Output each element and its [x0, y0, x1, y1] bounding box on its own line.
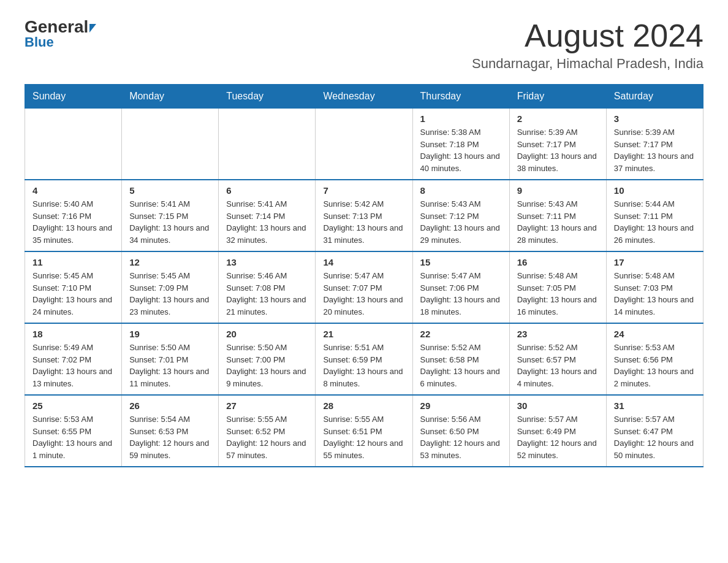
calendar-cell: 20Sunrise: 5:50 AMSunset: 7:00 PMDayligh…: [219, 323, 316, 395]
day-info: Sunrise: 5:44 AMSunset: 7:11 PMDaylight:…: [614, 198, 696, 246]
day-number: 14: [323, 257, 404, 267]
day-info: Sunrise: 5:53 AMSunset: 6:56 PMDaylight:…: [614, 342, 696, 389]
main-title: August 2024: [472, 18, 703, 53]
day-number: 13: [226, 257, 308, 267]
day-number: 20: [226, 329, 308, 339]
day-info: Sunrise: 5:55 AMSunset: 6:51 PMDaylight:…: [323, 413, 404, 461]
day-number: 11: [32, 257, 114, 267]
page-header: General Blue August 2024 Sundarnagar, Hi…: [25, 18, 703, 72]
day-info: Sunrise: 5:41 AMSunset: 7:14 PMDaylight:…: [226, 198, 308, 246]
weekday-header-thursday: Thursday: [412, 85, 509, 109]
calendar-table: SundayMondayTuesdayWednesdayThursdayFrid…: [25, 84, 703, 467]
day-info: Sunrise: 5:50 AMSunset: 7:00 PMDaylight:…: [226, 342, 308, 389]
day-number: 27: [226, 400, 308, 411]
day-info: Sunrise: 5:48 AMSunset: 7:05 PMDaylight:…: [517, 270, 599, 318]
calendar-cell: 19Sunrise: 5:50 AMSunset: 7:01 PMDayligh…: [122, 323, 219, 395]
day-info: Sunrise: 5:46 AMSunset: 7:08 PMDaylight:…: [226, 270, 308, 318]
calendar-cell: 14Sunrise: 5:47 AMSunset: 7:07 PMDayligh…: [316, 251, 412, 323]
day-number: 23: [517, 329, 599, 339]
calendar-cell: 11Sunrise: 5:45 AMSunset: 7:10 PMDayligh…: [25, 251, 122, 323]
day-number: 7: [323, 185, 404, 196]
day-info: Sunrise: 5:45 AMSunset: 7:10 PMDaylight:…: [32, 270, 114, 318]
day-number: 25: [32, 400, 114, 411]
calendar-cell: [219, 109, 316, 180]
weekday-header-wednesday: Wednesday: [316, 85, 412, 109]
weekday-header-monday: Monday: [122, 85, 219, 109]
day-number: 8: [420, 185, 502, 196]
day-info: Sunrise: 5:57 AMSunset: 6:49 PMDaylight:…: [517, 413, 599, 461]
day-number: 19: [129, 329, 211, 339]
day-number: 12: [129, 257, 211, 267]
day-number: 9: [517, 185, 599, 196]
week-row-2: 4Sunrise: 5:40 AMSunset: 7:16 PMDaylight…: [25, 180, 703, 251]
day-info: Sunrise: 5:42 AMSunset: 7:13 PMDaylight:…: [323, 198, 404, 246]
calendar-cell: 28Sunrise: 5:55 AMSunset: 6:51 PMDayligh…: [316, 395, 412, 467]
calendar-header-row: SundayMondayTuesdayWednesdayThursdayFrid…: [25, 85, 703, 109]
day-info: Sunrise: 5:55 AMSunset: 6:52 PMDaylight:…: [226, 413, 308, 461]
calendar-cell: 15Sunrise: 5:47 AMSunset: 7:06 PMDayligh…: [412, 251, 509, 323]
calendar-cell: 3Sunrise: 5:39 AMSunset: 7:17 PMDaylight…: [606, 109, 703, 180]
week-row-4: 18Sunrise: 5:49 AMSunset: 7:02 PMDayligh…: [25, 323, 703, 395]
day-info: Sunrise: 5:39 AMSunset: 7:17 PMDaylight:…: [614, 126, 696, 174]
calendar-cell: [25, 109, 122, 180]
logo-blue: Blue: [25, 34, 54, 50]
day-number: 5: [129, 185, 211, 196]
day-number: 30: [517, 400, 599, 411]
calendar-cell: 23Sunrise: 5:52 AMSunset: 6:57 PMDayligh…: [509, 323, 606, 395]
calendar-cell: 31Sunrise: 5:57 AMSunset: 6:47 PMDayligh…: [606, 395, 703, 467]
day-info: Sunrise: 5:43 AMSunset: 7:12 PMDaylight:…: [420, 198, 502, 246]
day-number: 10: [614, 185, 696, 196]
calendar-cell: 4Sunrise: 5:40 AMSunset: 7:16 PMDaylight…: [25, 180, 122, 251]
day-info: Sunrise: 5:50 AMSunset: 7:01 PMDaylight:…: [129, 342, 211, 389]
day-number: 24: [614, 329, 696, 339]
weekday-header-saturday: Saturday: [606, 85, 703, 109]
day-info: Sunrise: 5:57 AMSunset: 6:47 PMDaylight:…: [614, 413, 696, 461]
week-row-3: 11Sunrise: 5:45 AMSunset: 7:10 PMDayligh…: [25, 251, 703, 323]
calendar-cell: 10Sunrise: 5:44 AMSunset: 7:11 PMDayligh…: [606, 180, 703, 251]
calendar-cell: 27Sunrise: 5:55 AMSunset: 6:52 PMDayligh…: [219, 395, 316, 467]
day-info: Sunrise: 5:51 AMSunset: 6:59 PMDaylight:…: [323, 342, 404, 389]
day-number: 22: [420, 329, 502, 339]
calendar-cell: 13Sunrise: 5:46 AMSunset: 7:08 PMDayligh…: [219, 251, 316, 323]
calendar-cell: 30Sunrise: 5:57 AMSunset: 6:49 PMDayligh…: [509, 395, 606, 467]
calendar-cell: 7Sunrise: 5:42 AMSunset: 7:13 PMDaylight…: [316, 180, 412, 251]
week-row-5: 25Sunrise: 5:53 AMSunset: 6:55 PMDayligh…: [25, 395, 703, 467]
day-info: Sunrise: 5:40 AMSunset: 7:16 PMDaylight:…: [32, 198, 114, 246]
day-number: 28: [323, 400, 404, 411]
title-section: August 2024 Sundarnagar, Himachal Prades…: [472, 18, 703, 72]
calendar-cell: 1Sunrise: 5:38 AMSunset: 7:18 PMDaylight…: [412, 109, 509, 180]
day-info: Sunrise: 5:38 AMSunset: 7:18 PMDaylight:…: [420, 126, 502, 174]
day-number: 2: [517, 113, 599, 124]
calendar-cell: 2Sunrise: 5:39 AMSunset: 7:17 PMDaylight…: [509, 109, 606, 180]
day-number: 21: [323, 329, 404, 339]
day-info: Sunrise: 5:48 AMSunset: 7:03 PMDaylight:…: [614, 270, 696, 318]
day-info: Sunrise: 5:52 AMSunset: 6:58 PMDaylight:…: [420, 342, 502, 389]
day-info: Sunrise: 5:47 AMSunset: 7:06 PMDaylight:…: [420, 270, 502, 318]
day-number: 29: [420, 400, 502, 411]
day-info: Sunrise: 5:39 AMSunset: 7:17 PMDaylight:…: [517, 126, 599, 174]
calendar-cell: 8Sunrise: 5:43 AMSunset: 7:12 PMDaylight…: [412, 180, 509, 251]
calendar-cell: 12Sunrise: 5:45 AMSunset: 7:09 PMDayligh…: [122, 251, 219, 323]
calendar-cell: [316, 109, 412, 180]
week-row-1: 1Sunrise: 5:38 AMSunset: 7:18 PMDaylight…: [25, 109, 703, 180]
calendar-cell: 17Sunrise: 5:48 AMSunset: 7:03 PMDayligh…: [606, 251, 703, 323]
day-info: Sunrise: 5:47 AMSunset: 7:07 PMDaylight:…: [323, 270, 404, 318]
calendar-cell: 25Sunrise: 5:53 AMSunset: 6:55 PMDayligh…: [25, 395, 122, 467]
calendar-cell: 5Sunrise: 5:41 AMSunset: 7:15 PMDaylight…: [122, 180, 219, 251]
calendar-cell: 16Sunrise: 5:48 AMSunset: 7:05 PMDayligh…: [509, 251, 606, 323]
calendar-cell: 24Sunrise: 5:53 AMSunset: 6:56 PMDayligh…: [606, 323, 703, 395]
day-number: 3: [614, 113, 696, 124]
day-info: Sunrise: 5:43 AMSunset: 7:11 PMDaylight:…: [517, 198, 599, 246]
calendar-cell: 6Sunrise: 5:41 AMSunset: 7:14 PMDaylight…: [219, 180, 316, 251]
day-number: 4: [32, 185, 114, 196]
day-info: Sunrise: 5:53 AMSunset: 6:55 PMDaylight:…: [32, 413, 114, 461]
weekday-header-friday: Friday: [509, 85, 606, 109]
day-info: Sunrise: 5:41 AMSunset: 7:15 PMDaylight:…: [129, 198, 211, 246]
calendar-cell: 21Sunrise: 5:51 AMSunset: 6:59 PMDayligh…: [316, 323, 412, 395]
logo: General Blue: [25, 18, 96, 50]
calendar-cell: 9Sunrise: 5:43 AMSunset: 7:11 PMDaylight…: [509, 180, 606, 251]
day-number: 18: [32, 329, 114, 339]
calendar-cell: 22Sunrise: 5:52 AMSunset: 6:58 PMDayligh…: [412, 323, 509, 395]
day-number: 17: [614, 257, 696, 267]
day-number: 15: [420, 257, 502, 267]
